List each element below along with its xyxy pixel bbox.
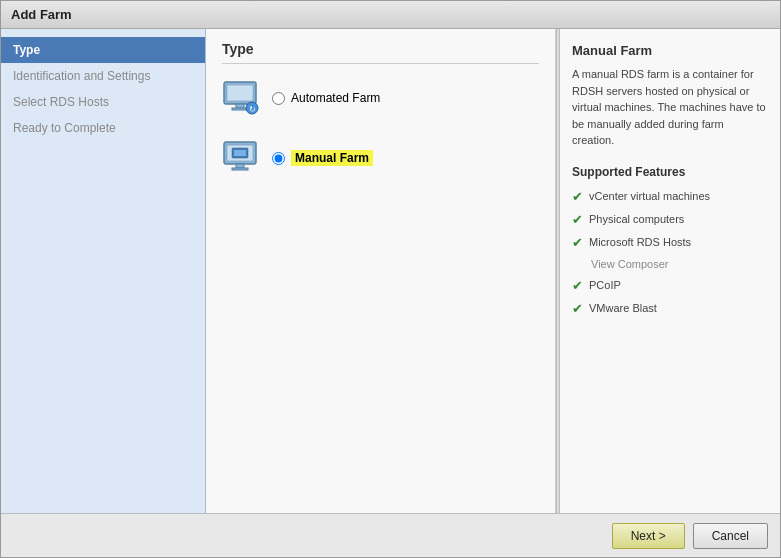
feature-vmware-blast: ✔ VMware Blast — [572, 301, 768, 316]
sidebar-item-type[interactable]: Type — [1, 37, 205, 63]
sidebar-item-select-rds: Select RDS Hosts — [1, 89, 205, 115]
main-panel: Type ↻ Automated Farm — [206, 29, 780, 513]
feature-pcoip: ✔ PCoIP — [572, 278, 768, 293]
svg-rect-9 — [232, 168, 248, 170]
sidebar-item-ready: Ready to Complete — [1, 115, 205, 141]
info-description: A manual RDS farm is a container for RDS… — [572, 66, 768, 149]
svg-rect-11 — [234, 150, 246, 156]
dialog-title: Add Farm — [11, 7, 72, 22]
automated-farm-radio[interactable] — [272, 92, 285, 105]
automated-farm-option[interactable]: ↻ Automated Farm — [222, 80, 539, 116]
automated-farm-icon: ↻ — [222, 80, 262, 116]
svg-rect-1 — [227, 85, 253, 101]
manual-farm-icon — [222, 140, 262, 176]
check-icon-microsoft-rds: ✔ — [572, 235, 583, 250]
feature-view-composer: View Composer — [572, 258, 768, 270]
features-title: Supported Features — [572, 165, 768, 179]
next-button[interactable]: Next > — [612, 523, 685, 549]
content-area: Type Identification and Settings Select … — [1, 29, 780, 513]
manual-farm-label[interactable]: Manual Farm — [272, 150, 373, 166]
center-panel: Type ↻ Automated Farm — [206, 29, 556, 513]
check-icon-vcenter: ✔ — [572, 189, 583, 204]
info-panel: Manual Farm A manual RDS farm is a conta… — [560, 29, 780, 513]
sidebar: Type Identification and Settings Select … — [1, 29, 206, 513]
check-icon-pcoip: ✔ — [572, 278, 583, 293]
check-icon-physical: ✔ — [572, 212, 583, 227]
info-title: Manual Farm — [572, 43, 768, 58]
check-icon-vmware-blast: ✔ — [572, 301, 583, 316]
dialog-title-bar: Add Farm — [1, 1, 780, 29]
feature-physical: ✔ Physical computers — [572, 212, 768, 227]
add-farm-dialog: Add Farm Type Identification and Setting… — [0, 0, 781, 558]
cancel-button[interactable]: Cancel — [693, 523, 768, 549]
feature-vcenter: ✔ vCenter virtual machines — [572, 189, 768, 204]
manual-farm-option[interactable]: Manual Farm — [222, 140, 539, 176]
svg-rect-8 — [236, 164, 244, 168]
bottom-bar: Next > Cancel — [1, 513, 780, 557]
panel-title: Type — [222, 41, 539, 64]
feature-microsoft-rds: ✔ Microsoft RDS Hosts — [572, 235, 768, 250]
sidebar-item-identification: Identification and Settings — [1, 63, 205, 89]
svg-rect-2 — [236, 104, 244, 108]
svg-text:↻: ↻ — [249, 105, 256, 114]
automated-farm-label[interactable]: Automated Farm — [272, 91, 380, 105]
manual-farm-radio[interactable] — [272, 152, 285, 165]
